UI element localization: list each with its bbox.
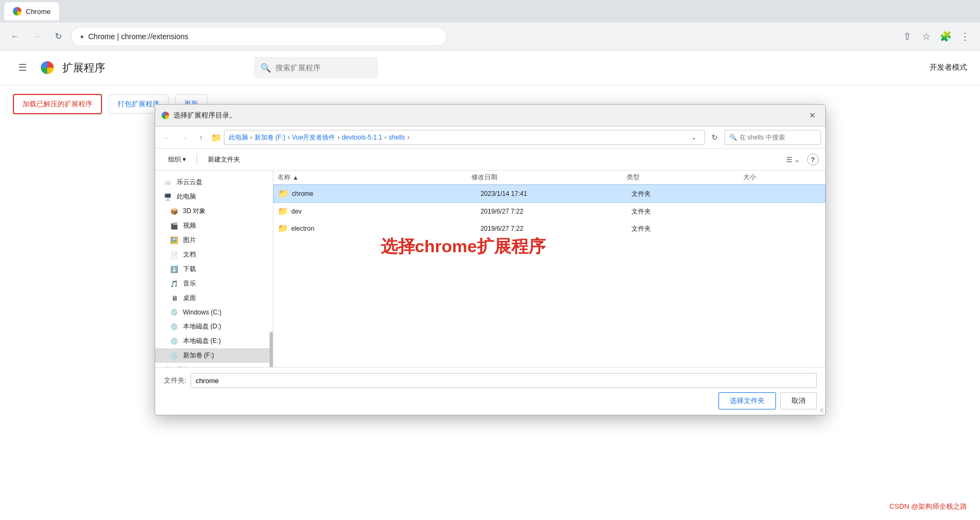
view-options-button[interactable]: ☰ ⌄ bbox=[784, 152, 803, 167]
help-button[interactable]: ? bbox=[807, 153, 819, 165]
file-row-electron[interactable]: 📁 electron 2019/6/27 7:22 文件夹 bbox=[273, 220, 825, 237]
reload-button[interactable]: ↻ bbox=[49, 28, 67, 45]
organize-button[interactable]: 组织 ▾ bbox=[162, 153, 192, 166]
sidebar-item-pc[interactable]: 🖥️ 此电脑 bbox=[155, 189, 273, 204]
sidebar-item-desktop[interactable]: 🖥 桌面 bbox=[155, 291, 273, 305]
sidebar-item-video[interactable]: 🎬 视频 bbox=[155, 218, 273, 233]
share-button[interactable]: ⇧ bbox=[898, 28, 916, 45]
drive-d-icon: 💿 bbox=[170, 323, 179, 331]
sidebar-item-cloud[interactable]: ☁️ 乐云云盘 bbox=[155, 175, 273, 189]
dialog-back-button[interactable]: ← bbox=[159, 130, 175, 145]
drive-e-icon: 💿 bbox=[170, 337, 179, 346]
breadcrumb-sep1: › bbox=[250, 134, 252, 141]
sidebar-item-music[interactable]: 🎵 音乐 bbox=[155, 276, 273, 291]
sort-icon: ▲ bbox=[293, 174, 299, 181]
sidebar-item-d[interactable]: 💿 本地磁盘 (D:) bbox=[155, 319, 273, 334]
file-type-chrome: 文件夹 bbox=[631, 189, 745, 199]
bookmark-button[interactable]: ☆ bbox=[918, 28, 935, 45]
new-folder-button[interactable]: 新建文件夹 bbox=[201, 153, 246, 166]
breadcrumb-vue[interactable]: Vue开发者插件 bbox=[292, 133, 336, 142]
sidebar-item-network[interactable]: 🌐 网络 bbox=[155, 363, 273, 367]
scrollbar-thumb[interactable] bbox=[270, 332, 273, 367]
sidebar-item-f[interactable]: 💿 新加卷 (F:) bbox=[155, 348, 273, 363]
file-date-electron: 2019/6/27 7:22 bbox=[481, 225, 632, 232]
filelist-header: 名称 ▲ 修改日期 类型 大小 bbox=[273, 171, 825, 185]
col-header-name[interactable]: 名称 ▲ bbox=[278, 173, 471, 182]
sidebar-item-e[interactable]: 💿 本地磁盘 (E:) bbox=[155, 334, 273, 348]
breadcrumb-dropdown-button[interactable]: ⌄ bbox=[687, 131, 700, 144]
dialog-search-input[interactable] bbox=[739, 134, 820, 141]
dialog-search-box[interactable]: 🔍 bbox=[724, 130, 821, 145]
sidebar-item-image[interactable]: 🖼️ 图片 bbox=[155, 233, 273, 247]
breadcrumb-devtools[interactable]: devtools-5.1.1 bbox=[342, 134, 382, 141]
dialog-toolbar: 组织 ▾ 新建文件夹 ☰ ⌄ ? bbox=[155, 149, 825, 171]
breadcrumb-sep5: › bbox=[407, 134, 409, 141]
dialog-overlay: 选择扩展程序目录。 ✕ ← → ↑ 📁 此电脑 › 新加卷 (F:) › Vue… bbox=[0, 50, 980, 520]
cancel-button[interactable]: 取消 bbox=[780, 392, 817, 409]
dialog-refresh-button[interactable]: ↻ bbox=[707, 130, 722, 145]
file-name-chrome: chrome bbox=[292, 190, 481, 197]
back-button[interactable]: ← bbox=[6, 28, 24, 45]
toolbar-actions: ⇧ ☆ 🧩 ⋮ bbox=[898, 28, 974, 45]
dialog-filelist: 名称 ▲ 修改日期 类型 大小 📁 chrome bbox=[273, 171, 825, 367]
tab-title: Chrome bbox=[26, 8, 50, 16]
active-tab[interactable]: Chrome bbox=[4, 2, 59, 20]
pc-icon: 🖥️ bbox=[164, 193, 172, 201]
breadcrumb-sep4: › bbox=[384, 134, 387, 141]
file-name-electron: electron bbox=[292, 225, 481, 232]
file-row-dev[interactable]: 📁 dev 2019/6/27 7:22 文件夹 bbox=[273, 203, 825, 220]
dialog-content: ☁️ 乐云云盘 🖥️ 此电脑 📦 3D 对象 🎬 视频 🖼️ bbox=[155, 171, 825, 367]
toolbar-sep bbox=[197, 154, 197, 165]
breadcrumb-shells[interactable]: shells bbox=[389, 134, 405, 141]
folder-dev-icon: 📁 bbox=[278, 206, 288, 217]
filename-label: 文件夹: bbox=[164, 376, 187, 385]
dialog-sidebar: ☁️ 乐云云盘 🖥️ 此电脑 📦 3D 对象 🎬 视频 🖼️ bbox=[155, 171, 273, 367]
dialog-chrome-icon bbox=[162, 112, 169, 119]
menu-button[interactable]: ⋮ bbox=[956, 28, 974, 45]
drive-f-icon: 💿 bbox=[170, 351, 179, 360]
filename-input[interactable] bbox=[191, 373, 816, 388]
col-header-date[interactable]: 修改日期 bbox=[471, 173, 627, 182]
cloud-icon: ☁️ bbox=[164, 178, 172, 187]
breadcrumb[interactable]: 此电脑 › 新加卷 (F:) › Vue开发者插件 › devtools-5.1… bbox=[224, 130, 705, 145]
file-name-dev: dev bbox=[292, 208, 481, 215]
resize-handle[interactable]: ⇱ bbox=[820, 408, 824, 414]
col-header-type[interactable]: 类型 bbox=[627, 173, 743, 182]
breadcrumb-pc[interactable]: 此电脑 bbox=[229, 133, 248, 142]
folder-nav-icon: 📁 bbox=[211, 133, 222, 143]
col-header-size[interactable]: 大小 bbox=[743, 173, 821, 182]
tab-favicon bbox=[13, 7, 21, 16]
dialog-forward-button[interactable]: → bbox=[177, 130, 192, 145]
address-security-icon: ● bbox=[80, 33, 84, 40]
drive-c-icon: 💿 bbox=[170, 308, 179, 317]
extensions-button[interactable]: 🧩 bbox=[937, 28, 954, 45]
tab-bar: Chrome bbox=[0, 0, 980, 23]
dialog-navbar: ← → ↑ 📁 此电脑 › 新加卷 (F:) › Vue开发者插件 › devt… bbox=[155, 127, 825, 149]
address-text: Chrome | chrome://extensions bbox=[88, 32, 188, 41]
video-icon: 🎬 bbox=[170, 222, 179, 230]
file-date-chrome: 2023/1/14 17:41 bbox=[481, 190, 631, 197]
file-type-electron: 文件夹 bbox=[631, 224, 745, 233]
browser-toolbar: ← → ↻ ● Chrome | chrome://extensions ⇧ ☆… bbox=[0, 23, 980, 50]
sidebar-item-3d[interactable]: 📦 3D 对象 bbox=[155, 204, 273, 218]
breadcrumb-f[interactable]: 新加卷 (F:) bbox=[255, 133, 286, 142]
sidebar-item-doc[interactable]: 📄 文档 bbox=[155, 247, 273, 262]
annotation-text: 选择chrome扩展程序 bbox=[381, 235, 546, 259]
filename-row: 文件夹: bbox=[164, 373, 817, 388]
dialog-titlebar: 选择扩展程序目录。 ✕ bbox=[155, 105, 825, 127]
dialog-up-button[interactable]: ↑ bbox=[194, 130, 209, 145]
address-bar[interactable]: ● Chrome | chrome://extensions bbox=[71, 27, 447, 46]
sidebar-item-c[interactable]: 💿 Windows (C:) bbox=[155, 305, 273, 319]
forward-button[interactable]: → bbox=[28, 28, 45, 45]
dialog-search-icon: 🔍 bbox=[729, 134, 737, 141]
doc-icon: 📄 bbox=[170, 251, 179, 259]
select-folder-button[interactable]: 选择文件夹 bbox=[718, 392, 776, 409]
network-icon: 🌐 bbox=[164, 366, 172, 368]
desktop-icon: 🖥 bbox=[170, 294, 179, 303]
dialog-close-button[interactable]: ✕ bbox=[806, 109, 819, 122]
folder-electron-icon: 📁 bbox=[278, 223, 288, 234]
sidebar-item-download[interactable]: ⬇️ 下载 bbox=[155, 262, 273, 276]
music-icon: 🎵 bbox=[170, 280, 179, 288]
file-row-chrome[interactable]: 📁 chrome 2023/1/14 17:41 文件夹 bbox=[273, 185, 825, 203]
folder-chrome-icon: 📁 bbox=[278, 188, 289, 199]
